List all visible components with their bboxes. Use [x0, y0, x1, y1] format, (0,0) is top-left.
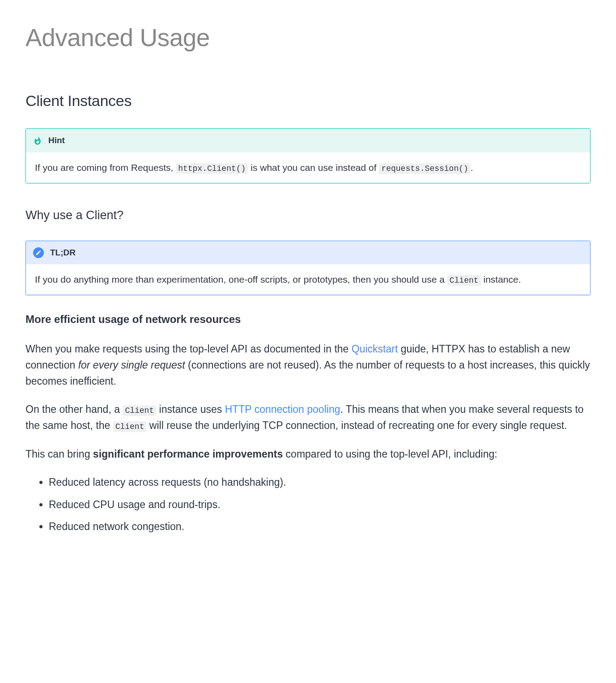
p3-text-2: compared to using the top-level API, inc…: [283, 448, 497, 460]
tldr-title-text: TL;DR: [50, 246, 76, 259]
tldr-body: If you do anything more than experimenta…: [26, 264, 590, 295]
hint-admonition: Hint If you are coming from Requests, ht…: [25, 128, 591, 183]
p3-strong: significant performance improvements: [93, 448, 283, 460]
hint-text-1: If you are coming from Requests,: [35, 162, 176, 173]
fire-icon: [33, 136, 42, 145]
subsection-heading-why-client: Why use a Client?: [25, 206, 591, 225]
p3-text-1: This can bring: [25, 448, 93, 460]
tldr-text-1: If you do anything more than experimenta…: [35, 274, 447, 284]
subheading-efficient-usage: More efficient usage of network resource…: [25, 311, 591, 328]
p2-code-1: Client: [123, 405, 156, 416]
list-item: Reduced network congestion.: [49, 519, 591, 535]
benefits-list: Reduced latency across requests (no hand…: [25, 475, 591, 535]
p2-code-2: Client: [113, 421, 147, 432]
list-item: Reduced latency across requests (no hand…: [49, 475, 591, 491]
tldr-code: Client: [447, 275, 481, 286]
tldr-title-bar: TL;DR: [26, 241, 590, 264]
paragraph-2: On the other hand, a Client instance use…: [25, 402, 591, 433]
p2-text-2: instance uses: [156, 403, 225, 415]
tldr-text-2: instance.: [481, 274, 521, 284]
p2-text-1: On the other hand, a: [25, 403, 123, 415]
tldr-admonition: TL;DR If you do anything more than exper…: [25, 241, 591, 295]
p2-text-4: will reuse the underlying TCP connection…: [146, 420, 567, 431]
hint-text-3: .: [471, 162, 473, 173]
hint-body: If you are coming from Requests, httpx.C…: [26, 153, 590, 183]
hint-title-bar: Hint: [26, 129, 590, 152]
hint-text-2: is what you can use instead of: [248, 162, 379, 173]
pencil-icon: [33, 247, 44, 258]
p1-emphasis: for every single request: [78, 359, 185, 371]
hint-code-1: httpx.Client(): [176, 163, 248, 174]
list-item: Reduced CPU usage and round-trips.: [49, 497, 591, 513]
section-heading-client-instances: Client Instances: [25, 89, 591, 113]
page-title: Advanced Usage: [25, 18, 591, 57]
quickstart-link[interactable]: Quickstart: [352, 343, 398, 355]
paragraph-1: When you make requests using the top-lev…: [25, 341, 591, 389]
paragraph-3: This can bring significant performance i…: [25, 446, 591, 462]
hint-code-2: requests.Session(): [379, 163, 470, 174]
p1-text-1: When you make requests using the top-lev…: [25, 343, 352, 355]
hint-title-text: Hint: [48, 134, 65, 147]
connection-pooling-link[interactable]: HTTP connection pooling: [225, 403, 340, 415]
